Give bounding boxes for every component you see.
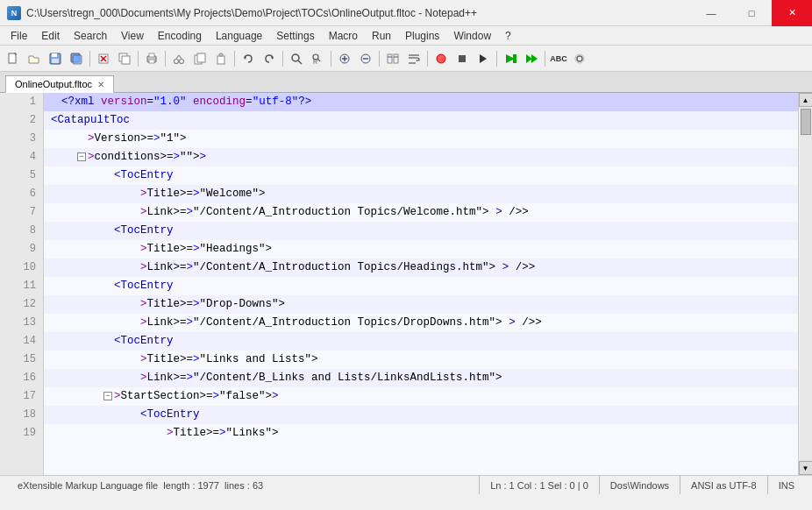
menu-encoding[interactable]: Encoding bbox=[151, 26, 209, 46]
sep2 bbox=[138, 51, 139, 67]
menu-edit[interactable]: Edit bbox=[34, 26, 67, 46]
abc-button[interactable]: ABC bbox=[549, 49, 568, 68]
line-number-2: 2 bbox=[0, 111, 43, 130]
svg-marker-48 bbox=[526, 54, 532, 63]
menu-run[interactable]: Run bbox=[365, 26, 398, 46]
line-number-15: 15 bbox=[0, 351, 43, 369]
code-line-7[interactable]: >Link>=>"/Content/A_Introduction Topics/… bbox=[44, 203, 798, 222]
svg-rect-13 bbox=[149, 60, 154, 63]
svg-rect-10 bbox=[122, 56, 130, 64]
code-line-11[interactable]: <TocEntry bbox=[44, 277, 798, 295]
copy-button[interactable] bbox=[190, 49, 210, 68]
replace-button[interactable]: R bbox=[308, 49, 327, 68]
svg-line-17 bbox=[179, 55, 182, 59]
new-button[interactable] bbox=[4, 49, 23, 68]
code-line-3[interactable]: >Version>=>"1"> bbox=[44, 130, 798, 148]
code-line-16[interactable]: >Link>=>"/Content/B_Links and Lists/Link… bbox=[44, 369, 798, 387]
scroll-thumb[interactable] bbox=[801, 109, 811, 135]
code-line-14[interactable]: <TocEntry bbox=[44, 332, 798, 351]
sync-scroll-button[interactable] bbox=[383, 49, 402, 68]
sep5 bbox=[282, 51, 283, 67]
scroll-down-arrow[interactable]: ▼ bbox=[799, 461, 813, 475]
code-line-4[interactable]: −>conditions>=>"">> bbox=[44, 148, 798, 166]
code-line-5[interactable]: <TocEntry bbox=[44, 166, 798, 185]
menu-view[interactable]: View bbox=[114, 26, 151, 46]
code-line-13[interactable]: >Link>=>"/Content/A_Introduction Topics/… bbox=[44, 314, 798, 332]
scroll-track[interactable] bbox=[800, 107, 812, 461]
settings-shortcut-button[interactable] bbox=[570, 49, 589, 68]
code-line-9[interactable]: >Title>=>"Headings"> bbox=[44, 240, 798, 259]
redo-button[interactable] bbox=[260, 49, 279, 68]
macro-stop-button[interactable] bbox=[452, 49, 472, 68]
menu-plugins[interactable]: Plugins bbox=[398, 26, 446, 46]
code-line-12[interactable]: >Title>=>"Drop-Downs"> bbox=[44, 295, 798, 314]
sep8 bbox=[427, 51, 428, 67]
save-all-button[interactable] bbox=[67, 49, 86, 68]
undo-button[interactable] bbox=[239, 49, 258, 68]
close-button[interactable]: ✕ bbox=[772, 0, 812, 26]
print-button[interactable] bbox=[142, 49, 161, 68]
code-line-17[interactable]: −>StartSection>=>"false">> bbox=[44, 387, 798, 406]
run-all-button[interactable] bbox=[522, 49, 541, 68]
svg-rect-5 bbox=[73, 55, 82, 64]
menu-file[interactable]: File bbox=[4, 26, 34, 46]
line-numbers: 12345678910111213141516171819 bbox=[0, 93, 44, 475]
code-line-19[interactable]: >Title>=>"Links"> bbox=[44, 424, 798, 443]
scroll-up-arrow[interactable]: ▲ bbox=[799, 93, 813, 107]
title-bar: N C:\Users\tregn_000\Documents\My Projec… bbox=[0, 0, 812, 26]
menu-window[interactable]: Window bbox=[446, 26, 498, 46]
editor: 12345678910111213141516171819 <?xml vers… bbox=[0, 93, 812, 475]
sep6 bbox=[331, 51, 331, 67]
status-position: Ln : 1 Col : 1 Sel : 0 | 0 bbox=[480, 476, 600, 494]
menu-language[interactable]: Language bbox=[209, 26, 269, 46]
code-area[interactable]: <?xml version="1.0" encoding="utf-8"?><C… bbox=[44, 93, 798, 475]
menu-?[interactable]: ? bbox=[498, 26, 518, 46]
code-line-6[interactable]: >Title>=>"Welcome"> bbox=[44, 185, 798, 203]
word-wrap-button[interactable] bbox=[404, 49, 424, 68]
status-mode: INS bbox=[768, 476, 805, 494]
macro-record-button[interactable] bbox=[431, 49, 451, 68]
macro-play-button[interactable] bbox=[474, 49, 493, 68]
menu-search[interactable]: Search bbox=[67, 26, 114, 46]
menu-macro[interactable]: Macro bbox=[322, 26, 365, 46]
line-number-5: 5 bbox=[0, 166, 43, 185]
sep3 bbox=[165, 51, 166, 67]
code-line-18[interactable]: <TocEntry bbox=[44, 406, 798, 424]
code-line-15[interactable]: >Title>=>"Links and Lists"> bbox=[44, 351, 798, 369]
maximize-button[interactable]: □ bbox=[731, 0, 772, 26]
save-button[interactable] bbox=[46, 49, 65, 68]
cut-button[interactable] bbox=[169, 49, 189, 68]
close-doc-button[interactable] bbox=[94, 49, 113, 68]
menu-settings[interactable]: Settings bbox=[269, 26, 321, 46]
run-button[interactable] bbox=[501, 49, 520, 68]
menu-bar: FileEditSearchViewEncodingLanguageSettin… bbox=[0, 26, 812, 46]
scrollbar[interactable]: ▲ ▼ bbox=[798, 93, 812, 475]
sep9 bbox=[496, 51, 497, 67]
toolbar: R ABC bbox=[0, 46, 812, 72]
line-number-9: 9 bbox=[0, 240, 43, 259]
paste-button[interactable] bbox=[211, 49, 231, 68]
svg-rect-0 bbox=[9, 53, 16, 63]
line-number-10: 10 bbox=[0, 259, 43, 277]
zoom-out-button[interactable] bbox=[356, 49, 375, 68]
line-number-19: 19 bbox=[0, 424, 43, 443]
collapse-icon[interactable]: − bbox=[77, 152, 86, 161]
code-line-1[interactable]: <?xml version="1.0" encoding="utf-8"?> bbox=[44, 93, 798, 111]
svg-rect-20 bbox=[217, 56, 224, 64]
minimize-button[interactable]: — bbox=[691, 0, 731, 26]
zoom-in-button[interactable] bbox=[335, 49, 354, 68]
title-text: C:\Users\tregn_000\Documents\My Projects… bbox=[26, 7, 477, 19]
close-all-button[interactable] bbox=[115, 49, 134, 68]
svg-rect-34 bbox=[388, 54, 392, 63]
code-line-10[interactable]: >Link>=>"/Content/A_Introduction Topics/… bbox=[44, 259, 798, 277]
tab-onlineoutput[interactable]: OnlineOutput.fltoc ✕ bbox=[5, 75, 114, 93]
sep7 bbox=[379, 51, 380, 67]
code-line-8[interactable]: <TocEntry bbox=[44, 222, 798, 240]
open-button[interactable] bbox=[25, 49, 44, 68]
svg-line-16 bbox=[176, 55, 179, 59]
code-line-2[interactable]: <CatapultToc bbox=[44, 111, 798, 130]
collapse-icon[interactable]: − bbox=[103, 392, 112, 400]
find-button[interactable] bbox=[287, 49, 306, 68]
tab-close-button[interactable]: ✕ bbox=[97, 80, 104, 89]
tab-bar: OnlineOutput.fltoc ✕ bbox=[0, 72, 812, 93]
